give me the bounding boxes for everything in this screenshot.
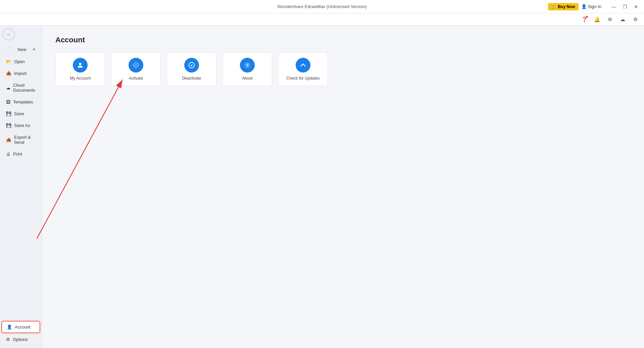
main-layout: ← 📄 New + 📂 Open 📥 Import ☁ Cloud Docume… xyxy=(0,26,644,348)
sidebar-item-import-label: Import xyxy=(14,71,27,76)
sidebar-nav: 📄 New + 📂 Open 📥 Import ☁ Cloud Document… xyxy=(0,43,42,348)
toolbar-row: ❓ 🔔 ⚙ ☁ ⚙ xyxy=(0,13,644,26)
sidebar-item-save-as[interactable]: 💾 Save As xyxy=(1,120,40,131)
sidebar-item-account[interactable]: 👤 Account xyxy=(1,321,40,333)
import-icon: 📥 xyxy=(6,71,11,76)
sidebar-item-options-label: Options xyxy=(13,337,28,342)
sidebar-item-open-label: Open xyxy=(14,59,25,64)
my-account-label: My Account xyxy=(70,76,91,81)
sidebar-item-new-label: New xyxy=(17,47,26,52)
plus-icon: + xyxy=(33,46,36,52)
svg-point-1 xyxy=(135,64,137,66)
app-title: Wondershare EdrawMax (Unlicensed Version… xyxy=(277,4,366,9)
main-content: Account My Account xyxy=(42,26,644,348)
sidebar-item-save-label: Save xyxy=(14,111,24,116)
user-icon: 👤 xyxy=(581,4,587,9)
close-button[interactable]: ✕ xyxy=(632,3,640,10)
help-icon[interactable]: ❓ xyxy=(580,15,589,24)
sidebar-item-save-as-label: Save As xyxy=(14,123,30,128)
sidebar-item-cloud-label: Cloud Documents xyxy=(13,83,36,93)
sidebar-item-open[interactable]: 📂 Open xyxy=(1,56,40,67)
sidebar-item-export-label: Export & Send xyxy=(14,135,36,145)
sidebar-item-export-send[interactable]: 📤 Export & Send xyxy=(1,132,40,148)
deactivate-icon xyxy=(184,58,199,73)
check-for-updates-card[interactable]: Check for Updates xyxy=(278,52,328,86)
sidebar-item-options[interactable]: ⚙ Options xyxy=(1,334,40,345)
templates-icon: 🖼 xyxy=(6,99,10,104)
about-icon: ? xyxy=(240,58,255,73)
new-icon: 📄 xyxy=(6,47,11,52)
print-icon: 🖨 xyxy=(6,151,10,157)
settings-icon[interactable]: ⚙ xyxy=(605,15,614,24)
save-as-icon: 💾 xyxy=(6,123,11,128)
my-account-icon xyxy=(73,58,88,73)
cards-row: My Account Activate xyxy=(55,52,631,86)
cloud-icon[interactable]: ☁ xyxy=(618,15,627,24)
sidebar-item-new[interactable]: 📄 New + xyxy=(1,43,40,55)
sidebar-item-save[interactable]: 💾 Save xyxy=(1,108,40,119)
activate-card[interactable]: Activate xyxy=(111,52,161,86)
sidebar-item-import[interactable]: 📥 Import xyxy=(1,68,40,79)
svg-point-0 xyxy=(79,63,81,65)
back-button[interactable]: ← xyxy=(3,28,15,40)
sidebar-item-cloud-documents[interactable]: ☁ Cloud Documents xyxy=(1,80,40,96)
cart-icon: 🛒 xyxy=(551,4,556,9)
my-account-card[interactable]: My Account xyxy=(55,52,105,86)
sign-in-button[interactable]: 👤 Sign In xyxy=(581,4,601,9)
sidebar-item-templates-label: Templates xyxy=(13,99,33,104)
activate-icon xyxy=(129,58,143,73)
sidebar: ← 📄 New + 📂 Open 📥 Import ☁ Cloud Docume… xyxy=(0,26,42,348)
cloud-documents-icon: ☁ xyxy=(6,85,10,90)
preferences-icon[interactable]: ⚙ xyxy=(631,15,640,24)
sidebar-bottom: 👤 Account ⚙ Options xyxy=(0,320,42,348)
deactivate-label: Deactivate xyxy=(182,76,201,81)
title-bar: Wondershare EdrawMax (Unlicensed Version… xyxy=(0,0,644,13)
account-icon: 👤 xyxy=(7,324,12,330)
page-title: Account xyxy=(55,36,631,44)
deactivate-card[interactable]: Deactivate xyxy=(167,52,216,86)
export-icon: 📤 xyxy=(6,137,11,142)
window-controls: — ❐ ✕ xyxy=(609,3,640,10)
about-label: About xyxy=(242,76,252,81)
sidebar-item-print[interactable]: 🖨 Print xyxy=(1,148,40,160)
sidebar-item-account-label: Account xyxy=(15,324,31,330)
open-icon: 📂 xyxy=(6,59,11,64)
about-card[interactable]: ? About xyxy=(222,52,272,86)
buy-now-button[interactable]: 🛒 Buy Now xyxy=(548,3,578,10)
sidebar-item-print-label: Print xyxy=(13,151,22,157)
check-for-updates-icon xyxy=(296,58,310,73)
minimize-button[interactable]: — xyxy=(609,3,618,10)
restore-button[interactable]: ❐ xyxy=(621,3,629,10)
check-for-updates-label: Check for Updates xyxy=(286,76,319,81)
save-icon: 💾 xyxy=(6,111,11,116)
svg-text:?: ? xyxy=(246,63,249,68)
notifications-icon[interactable]: 🔔 xyxy=(592,15,602,24)
sidebar-item-templates[interactable]: 🖼 Templates xyxy=(1,96,40,107)
activate-label: Activate xyxy=(129,76,143,81)
options-icon: ⚙ xyxy=(6,337,10,342)
